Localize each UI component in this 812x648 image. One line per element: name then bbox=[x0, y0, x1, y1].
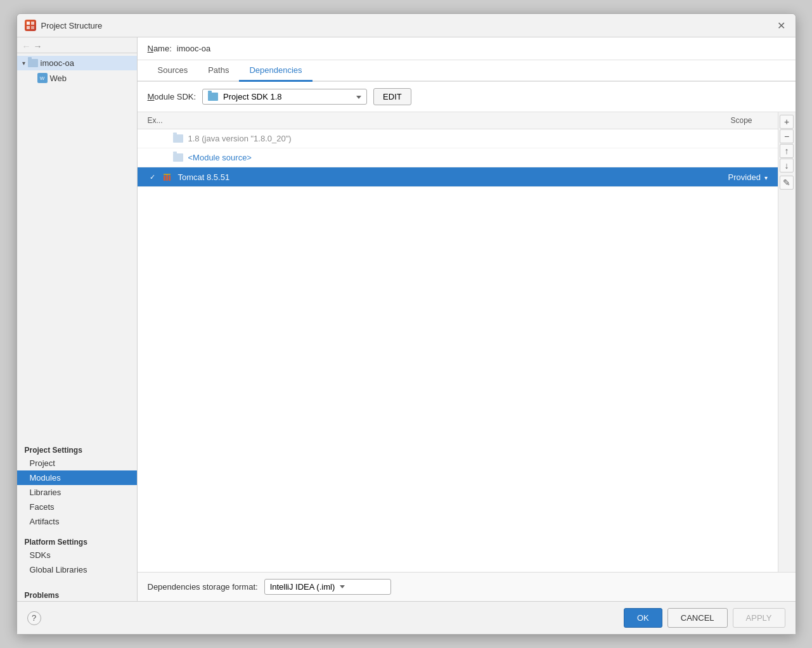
svg-rect-5 bbox=[166, 174, 168, 181]
name-value: imooc-oa bbox=[177, 44, 210, 53]
footer-right: OK CANCEL APPLY bbox=[624, 608, 785, 628]
dep-module-source-name: <Module source> bbox=[188, 153, 706, 162]
cancel-button[interactable]: CANCEL bbox=[667, 608, 728, 628]
project-structure-dialog: Project Structure ✕ ← → ▾ imooc-oa W Web bbox=[16, 13, 796, 635]
tree-item-web-label: Web bbox=[50, 74, 67, 83]
sdk-label: Module SDK: bbox=[148, 92, 197, 101]
sdk-folder-icon bbox=[208, 93, 218, 101]
storage-format-value: IntelliJ IDEA (.iml) bbox=[270, 582, 335, 592]
titlebar-left: Project Structure bbox=[25, 20, 103, 31]
storage-format-label: Dependencies storage format: bbox=[148, 582, 258, 592]
forward-arrow[interactable]: → bbox=[34, 41, 42, 51]
problems-header: Problems bbox=[17, 587, 137, 601]
ok-button[interactable]: OK bbox=[624, 608, 662, 628]
edit-sdk-button[interactable]: EDIT bbox=[373, 88, 411, 105]
tree-item-label: imooc-oa bbox=[41, 58, 74, 68]
sidebar-item-sdks[interactable]: SDKs bbox=[17, 548, 137, 562]
svg-rect-2 bbox=[27, 26, 30, 29]
platform-settings-header: Platform Settings bbox=[17, 534, 137, 548]
help-button[interactable]: ? bbox=[27, 611, 41, 625]
tab-paths[interactable]: Paths bbox=[198, 60, 239, 82]
right-panel: Name: imooc-oa Sources Paths Dependencie… bbox=[138, 37, 796, 601]
sidebar-item-artifacts-label: Artifacts bbox=[30, 517, 60, 526]
app-icon bbox=[25, 20, 36, 31]
tree-item-web[interactable]: W Web bbox=[17, 70, 137, 86]
tab-dependencies-label: Dependencies bbox=[249, 65, 302, 75]
name-row: Name: imooc-oa bbox=[138, 37, 796, 60]
sidebar-item-libraries-label: Libraries bbox=[30, 488, 61, 497]
svg-rect-7 bbox=[164, 174, 171, 175]
tab-sources[interactable]: Sources bbox=[148, 60, 198, 82]
edit-dep-button[interactable]: ✎ bbox=[780, 176, 794, 190]
svg-rect-0 bbox=[27, 22, 30, 25]
dep-row-module-source[interactable]: <Module source> bbox=[138, 148, 778, 167]
titlebar-title: Project Structure bbox=[41, 21, 103, 30]
add-dep-button[interactable]: + bbox=[780, 115, 794, 129]
sdk-dropdown-value: Project SDK 1.8 bbox=[223, 92, 282, 101]
tabs-row: Sources Paths Dependencies bbox=[138, 60, 796, 82]
chevron-down-icon bbox=[356, 96, 361, 99]
svg-rect-6 bbox=[169, 176, 171, 181]
dep-tomcat-scope-arrow[interactable]: ▾ bbox=[764, 174, 768, 181]
sidebar-item-libraries[interactable]: Libraries bbox=[17, 485, 137, 500]
sidebar-item-sdks-label: SDKs bbox=[30, 550, 51, 560]
module-folder-icon bbox=[28, 59, 38, 67]
tab-sources-label: Sources bbox=[158, 65, 188, 75]
sidebar-item-global-libraries[interactable]: Global Libraries bbox=[17, 562, 137, 577]
dep-row-sdk18[interactable]: 1.8 (java version "1.8.0_20") bbox=[138, 129, 778, 148]
tomcat-icon bbox=[163, 172, 173, 182]
deps-col-expand-header: Ex... bbox=[148, 116, 704, 125]
sidebar-item-facets-label: Facets bbox=[30, 502, 55, 512]
sdk-dropdown-arrow-icon bbox=[356, 93, 361, 100]
tomcat-checkbox[interactable] bbox=[148, 172, 158, 182]
tab-dependencies[interactable]: Dependencies bbox=[239, 60, 312, 82]
storage-format-dropdown[interactable]: IntelliJ IDEA (.iml) bbox=[264, 579, 391, 595]
storage-dropdown-arrow-icon bbox=[340, 585, 345, 588]
tree-item-imooc-oa[interactable]: ▾ imooc-oa bbox=[17, 56, 137, 70]
dep-sdk18-name: 1.8 (java version "1.8.0_20") bbox=[188, 134, 706, 143]
deps-table-header: Ex... Scope bbox=[138, 112, 778, 129]
dep-tomcat-scope-value: Provided bbox=[728, 172, 761, 182]
deps-sidebar-actions: + − ↑ ↓ ✎ bbox=[778, 112, 796, 572]
deps-col-scope-header: Scope bbox=[704, 116, 768, 125]
project-settings-header: Project Settings bbox=[17, 442, 137, 456]
sidebar-item-artifacts[interactable]: Artifacts bbox=[17, 514, 137, 529]
sidebar-item-modules-label: Modules bbox=[30, 473, 61, 483]
svg-rect-4 bbox=[164, 176, 165, 181]
sidebar: ← → ▾ imooc-oa W Web Project Settings bbox=[17, 37, 138, 601]
name-label: Name: bbox=[148, 44, 172, 53]
module-sdk-row: Module SDK: Project SDK 1.8 EDIT bbox=[138, 82, 796, 112]
storage-format-row: Dependencies storage format: IntelliJ ID… bbox=[138, 572, 796, 601]
sdk18-folder-icon bbox=[173, 134, 183, 143]
footer-bar: ? OK CANCEL APPLY bbox=[17, 601, 796, 634]
tab-paths-label: Paths bbox=[208, 65, 229, 75]
deps-table: Ex... Scope 1.8 (java version "1.8.0_20"… bbox=[138, 112, 778, 572]
deps-table-container: Ex... Scope 1.8 (java version "1.8.0_20"… bbox=[138, 112, 796, 572]
main-content: ← → ▾ imooc-oa W Web Project Settings bbox=[17, 37, 796, 601]
sidebar-item-project-label: Project bbox=[30, 458, 55, 468]
dep-tomcat-name: Tomcat 8.5.51 bbox=[178, 172, 706, 182]
collapse-arrow: ▾ bbox=[22, 60, 25, 67]
dep-tomcat-scope: Provided ▾ bbox=[711, 172, 768, 182]
move-down-button[interactable]: ↓ bbox=[780, 159, 794, 172]
svg-rect-3 bbox=[31, 26, 34, 29]
web-icon: W bbox=[37, 73, 48, 83]
remove-dep-button[interactable]: − bbox=[780, 129, 794, 143]
close-button[interactable]: ✕ bbox=[775, 19, 788, 32]
sidebar-settings-section: Project Settings Project Modules Librari… bbox=[17, 437, 137, 601]
titlebar: Project Structure ✕ bbox=[17, 14, 796, 37]
move-up-button[interactable]: ↑ bbox=[780, 144, 794, 158]
sidebar-item-facets[interactable]: Facets bbox=[17, 500, 137, 514]
apply-button[interactable]: APPLY bbox=[733, 608, 785, 628]
module-tree-section: ▾ imooc-oa W Web bbox=[17, 53, 138, 437]
sdk-dropdown[interactable]: Project SDK 1.8 bbox=[202, 89, 367, 105]
sidebar-item-project[interactable]: Project bbox=[17, 456, 137, 470]
svg-rect-1 bbox=[31, 22, 34, 25]
footer-left: ? bbox=[27, 611, 41, 625]
sidebar-item-modules[interactable]: Modules bbox=[17, 470, 137, 485]
sidebar-item-global-libraries-label: Global Libraries bbox=[30, 565, 87, 574]
module-source-folder-icon bbox=[173, 153, 183, 162]
sidebar-nav-row: ← → bbox=[17, 40, 137, 53]
back-arrow[interactable]: ← bbox=[22, 41, 31, 51]
dep-row-tomcat[interactable]: Tomcat 8.5.51 Provided ▾ bbox=[138, 167, 778, 187]
